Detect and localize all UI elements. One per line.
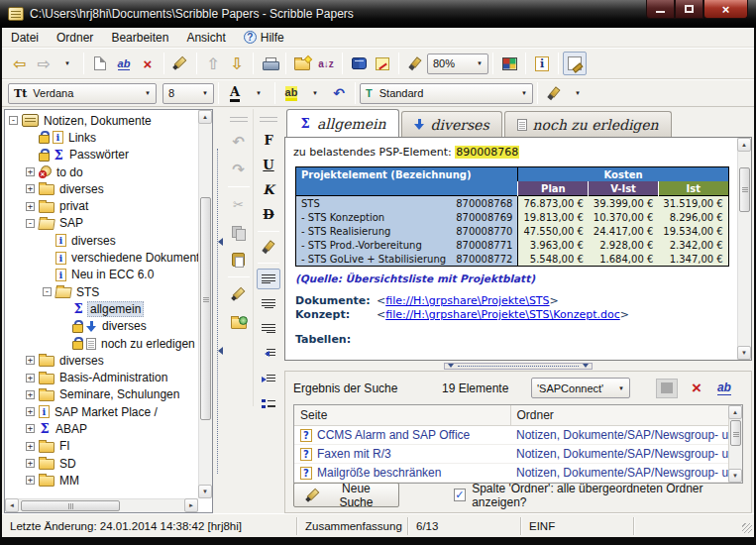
tree-item[interactable]: +iSAP Market Place / xyxy=(5,403,198,420)
close-button[interactable]: × xyxy=(703,0,748,19)
tab-diverses[interactable]: diverses xyxy=(401,111,502,137)
ordner-checkbox[interactable]: ✓ xyxy=(454,489,466,501)
tree-item[interactable]: iverschiedene Dokumente xyxy=(5,249,198,266)
back-button[interactable]: ⇦ xyxy=(8,52,32,75)
tree-item[interactable]: iLinks xyxy=(5,129,198,146)
panel-splitter[interactable] xyxy=(284,361,752,371)
signature-button[interactable] xyxy=(227,282,251,306)
sort-button[interactable]: a↓z xyxy=(314,52,338,75)
tree-item[interactable]: +FI xyxy=(5,438,198,455)
copy-button[interactable] xyxy=(227,220,251,244)
expand-icon[interactable]: + xyxy=(26,442,35,451)
tree-item[interactable]: noch zu erledigen xyxy=(5,335,198,352)
underline-button[interactable]: U xyxy=(257,155,280,175)
search-result-row[interactable]: ?Faxen mit R/3Notizen, Dokumente/SAP/New… xyxy=(294,444,742,463)
highlight-dropdown[interactable]: ▼ xyxy=(303,81,327,105)
menu-ansicht[interactable]: Ansicht xyxy=(177,29,234,47)
konzept-link[interactable]: file://H:\grpshare\Projekte\STS\Konzept.… xyxy=(385,308,620,321)
expand-icon[interactable]: + xyxy=(26,374,35,382)
tree-item[interactable]: +SD xyxy=(5,455,198,472)
editor-scrollbar[interactable]: ▲ ▼ xyxy=(737,138,751,360)
italic-button[interactable]: K xyxy=(257,179,280,200)
tree-item[interactable]: +Basis-Administration xyxy=(5,369,198,385)
dokumente-link[interactable]: file://H:\grpshare\Projekte\STS xyxy=(385,294,549,307)
scroll-up-button[interactable]: ▲ xyxy=(737,138,751,152)
search-term-select[interactable]: 'SAPConnect' ▼ xyxy=(531,378,630,398)
tree-item[interactable]: idiverses xyxy=(5,232,198,249)
edit-note-button[interactable] xyxy=(371,52,394,75)
collapse-icon[interactable]: - xyxy=(43,287,52,296)
indent-button[interactable] xyxy=(257,369,280,389)
column-seite[interactable]: Seite xyxy=(294,405,510,425)
scroll-up-button[interactable]: ▲ xyxy=(728,405,742,419)
result-page-link[interactable]: Faxen mit R/3 xyxy=(317,447,391,461)
expand-icon[interactable]: + xyxy=(26,424,35,433)
scroll-right-button[interactable]: ► xyxy=(184,498,198,512)
expand-icon[interactable]: + xyxy=(26,184,35,193)
font-size-select[interactable]: 8 ▼ xyxy=(162,83,214,104)
move-down-button[interactable]: ⇩ xyxy=(225,52,249,75)
new-page-button[interactable] xyxy=(88,52,112,75)
bold-button[interactable]: F xyxy=(257,130,280,151)
expand-icon[interactable]: + xyxy=(26,390,35,399)
expand-icon[interactable]: + xyxy=(26,202,35,211)
resize-grip[interactable] xyxy=(742,523,752,533)
cut-button[interactable]: ✂ xyxy=(227,192,251,216)
rename-search-button[interactable]: ab xyxy=(717,381,731,395)
bullet-list-button[interactable] xyxy=(257,393,280,414)
tree-item[interactable]: Σallgemein xyxy=(5,300,198,317)
font-color-button[interactable]: A xyxy=(223,81,247,105)
tree-item[interactable]: +diverses xyxy=(5,180,198,197)
tree-item[interactable]: ΣPasswörter xyxy=(5,147,198,164)
paste-button[interactable] xyxy=(227,248,251,272)
modules-button[interactable] xyxy=(497,52,521,75)
tree-scroll-thumb[interactable] xyxy=(200,197,211,420)
tree-item[interactable]: +to do xyxy=(5,164,198,180)
results-scroll-thumb[interactable] xyxy=(730,420,741,446)
align-center-button[interactable] xyxy=(257,293,280,314)
new-folder-button[interactable] xyxy=(290,52,314,75)
tree-vertical-scrollbar[interactable]: ▲ ▼ xyxy=(198,110,212,498)
search-button[interactable] xyxy=(168,52,192,75)
history-dropdown[interactable]: ▼ xyxy=(55,52,79,75)
scroll-up-button[interactable]: ▲ xyxy=(198,110,212,124)
align-right-button[interactable] xyxy=(257,318,280,339)
result-page-link[interactable]: Mailgröße beschränken xyxy=(317,466,441,480)
scroll-down-button[interactable]: ▼ xyxy=(198,485,212,498)
tab-allgemein[interactable]: Σ allgemein xyxy=(286,109,399,137)
tree-hscroll-thumb[interactable] xyxy=(21,500,120,511)
menu-hilfe[interactable]: ? Hilfe xyxy=(235,29,293,47)
info-button[interactable]: i xyxy=(530,52,554,75)
expand-icon[interactable]: + xyxy=(26,459,35,468)
rename-button[interactable]: ab xyxy=(112,52,136,75)
tree-item[interactable]: +privat xyxy=(5,197,198,214)
editor-scroll-thumb[interactable] xyxy=(739,167,750,212)
nav-redo-button[interactable]: ↷ xyxy=(227,158,251,181)
tree-item[interactable]: -SAP xyxy=(5,215,198,232)
scroll-down-button[interactable]: ▼ xyxy=(737,346,751,360)
search-result-row[interactable]: ?Mailgröße beschränkenNotizen, Dokumente… xyxy=(294,463,742,482)
expand-icon[interactable]: + xyxy=(26,356,35,365)
menu-ordner[interactable]: Ordner xyxy=(48,29,102,47)
collapse-icon[interactable]: - xyxy=(26,219,35,228)
style-brush-button[interactable] xyxy=(542,81,566,105)
menu-datei[interactable]: Datei xyxy=(2,29,48,47)
column-ordner[interactable]: Ordner xyxy=(510,405,742,425)
note-editor[interactable]: zu belastendes PSP-Element: 890008768 Pr… xyxy=(284,137,752,361)
forward-button[interactable]: ⇨ xyxy=(32,52,55,75)
nav-undo-button[interactable]: ↶ xyxy=(227,130,251,154)
scroll-left-button[interactable]: ◄ xyxy=(5,498,19,512)
tree-item[interactable]: +diverses xyxy=(5,352,198,369)
style-select[interactable]: T Standard ▼ xyxy=(360,83,533,104)
notes-panel-button[interactable] xyxy=(563,52,587,75)
delete-button[interactable]: × xyxy=(136,52,160,75)
title-bar[interactable]: C:\Users\hrj8hi\Documents\Scribble Paper… xyxy=(0,0,756,28)
tree-item[interactable]: +Seminare, Schulungen xyxy=(5,386,198,403)
menu-bearbeiten[interactable]: Bearbeiten xyxy=(102,29,177,47)
toolbar-grip[interactable] xyxy=(230,117,248,122)
font-color-dropdown[interactable]: ▼ xyxy=(247,81,270,105)
style-brush-dropdown[interactable]: ▼ xyxy=(566,81,590,105)
tab-noch-zu-erledigen[interactable]: noch zu erledigen xyxy=(504,111,672,137)
tree-item[interactable]: iNeu in ECC 6.0 xyxy=(5,267,198,283)
font-select[interactable]: Tt Verdana ▼ xyxy=(8,83,157,104)
